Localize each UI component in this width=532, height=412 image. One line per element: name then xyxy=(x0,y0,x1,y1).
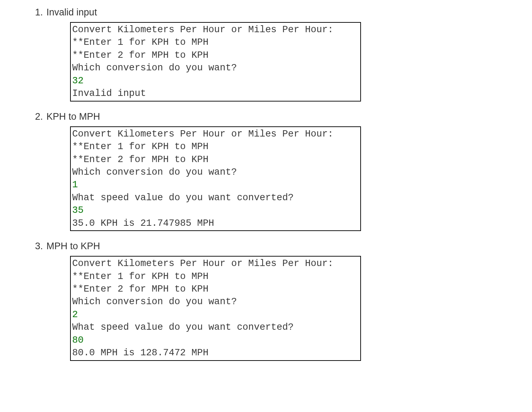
console-line: **Enter 2 for MPH to KPH xyxy=(72,153,358,166)
console-line: Which conversion do you want? xyxy=(72,62,358,74)
console-user-input: 80 xyxy=(72,334,358,347)
section-header: 2. KPH to MPH xyxy=(35,111,518,122)
console-user-input: 35 xyxy=(72,204,358,217)
section-header: 3. MPH to KPH xyxy=(35,241,518,252)
console-output: Convert Kilometers Per Hour or Miles Per… xyxy=(70,126,361,231)
section-number: 1. xyxy=(35,7,43,18)
console-user-input: 1 xyxy=(72,179,358,191)
section-title: KPH to MPH xyxy=(47,111,100,122)
console-line: What speed value do you want converted? xyxy=(72,321,358,334)
section-number: 3. xyxy=(35,241,43,252)
console-line: 80.0 MPH is 128.7472 MPH xyxy=(72,347,358,359)
console-line: Convert Kilometers Per Hour or Miles Per… xyxy=(72,23,358,36)
console-output: Convert Kilometers Per Hour or Miles Per… xyxy=(70,22,361,102)
section-title: Invalid input xyxy=(47,7,97,18)
console-line: **Enter 1 for KPH to MPH xyxy=(72,140,358,153)
console-line: What speed value do you want converted? xyxy=(72,191,358,204)
section-number: 2. xyxy=(35,111,43,122)
section-mph-to-kph: 3. MPH to KPH Convert Kilometers Per Hou… xyxy=(14,241,518,361)
console-line: Convert Kilometers Per Hour or Miles Per… xyxy=(72,128,358,140)
console-line: **Enter 1 for KPH to MPH xyxy=(72,270,358,283)
console-line: Convert Kilometers Per Hour or Miles Per… xyxy=(72,257,358,270)
console-line: **Enter 2 for MPH to KPH xyxy=(72,49,358,62)
console-line: Invalid input xyxy=(72,87,358,100)
console-line: **Enter 1 for KPH to MPH xyxy=(72,36,358,49)
section-title: MPH to KPH xyxy=(47,241,100,252)
console-output: Convert Kilometers Per Hour or Miles Per… xyxy=(70,256,361,361)
console-line: Which conversion do you want? xyxy=(72,295,358,308)
section-invalid-input: 1. Invalid input Convert Kilometers Per … xyxy=(14,7,518,102)
console-user-input: 2 xyxy=(72,308,358,321)
console-line: 35.0 KPH is 21.747985 MPH xyxy=(72,217,358,230)
section-header: 1. Invalid input xyxy=(35,7,518,18)
section-kph-to-mph: 2. KPH to MPH Convert Kilometers Per Hou… xyxy=(14,111,518,231)
console-line: Which conversion do you want? xyxy=(72,166,358,179)
console-user-input: 32 xyxy=(72,75,358,87)
console-line: **Enter 2 for MPH to KPH xyxy=(72,283,358,295)
